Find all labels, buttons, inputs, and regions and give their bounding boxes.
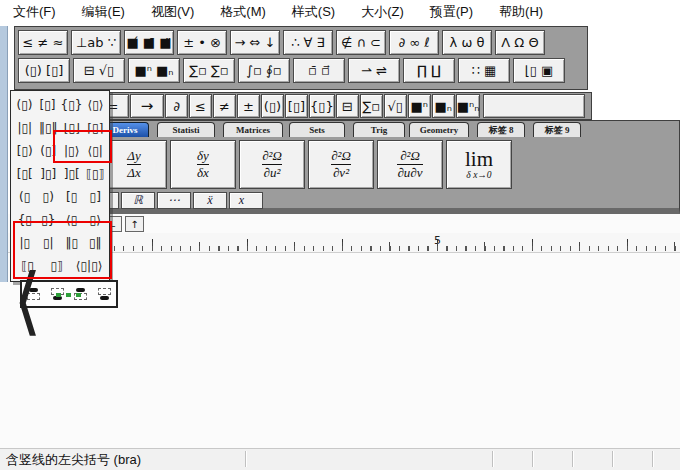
status-pane-divider (532, 451, 533, 467)
template-palette-button[interactable]: ∷ ▦ (458, 58, 510, 83)
menu-item[interactable]: 大小(Z) (348, 3, 417, 21)
tab-statistics[interactable]: Statisti (157, 122, 215, 137)
selection-handles (56, 293, 81, 297)
fraction-numerator: Δy (127, 149, 140, 163)
fraction-numerator: ∂²Ω (331, 149, 351, 163)
template-palette-button[interactable]: ∑▫ ∑▫ (183, 58, 235, 83)
menu-item[interactable]: 格式(M) (207, 3, 279, 21)
small-template-button[interactable]: x⃛ (229, 192, 263, 209)
symbol-palette-button[interactable]: ≤ ≠ ≈ (18, 30, 68, 55)
menu-item[interactable]: 帮助(H) (486, 3, 556, 21)
template-palette-button[interactable]: ▫̄ ▫⃗ (293, 58, 345, 83)
fence-template-item[interactable]: ]▯[ (62, 167, 82, 181)
small-bar-button[interactable]: ⊟ (336, 94, 359, 118)
small-bar-empty-slot[interactable] (483, 94, 585, 118)
derivative-template-row: ΔyΔx δyδx ∂²Ω∂u² ∂²Ω∂v² ∂²Ω∂u∂v lim δ x→… (101, 140, 512, 189)
template-palette-button[interactable]: ⊟ √▯ (73, 58, 125, 83)
small-template-button[interactable]: ẍ (193, 192, 227, 209)
insertion-marker-button[interactable]: ↑ (125, 216, 144, 232)
status-bar: 含竖线的左尖括号 (bra) (0, 448, 680, 470)
small-bar-button[interactable]: ■ₙ (432, 94, 455, 118)
small-bar-button[interactable]: {▯} (309, 94, 335, 118)
tab-label-8[interactable]: 标签 8 (477, 122, 525, 137)
status-text: 含竖线的左尖括号 (bra) (6, 451, 141, 469)
small-bar-button[interactable]: ± (237, 94, 260, 118)
small-bar-buttons: =→∂≤≠±(▯)[▯]{▯}⊟∑▫√▯■ⁿ■ₙ■ⁿₙ (97, 94, 480, 118)
symbol-palette-button[interactable]: λ ω θ (442, 30, 492, 55)
template-palette-button[interactable]: ∏ ∐ (403, 58, 455, 83)
tab-label-9[interactable]: 标签 9 (533, 122, 581, 137)
fence-template-item[interactable]: [▯[ (15, 167, 35, 181)
fraction-numerator: δy (197, 149, 209, 163)
small-bar-button[interactable]: → (130, 94, 164, 118)
tab-template-panel: Algebra Derivs Statisti Matrices Sets Tr… (14, 120, 680, 214)
fence-template-item[interactable]: [▯) (15, 144, 35, 158)
fence-template-item[interactable]: ▯] (85, 190, 105, 204)
template-palette-button[interactable]: ■ⁿ ■ₙ (128, 58, 180, 83)
fence-template-item[interactable]: (▯ (15, 190, 35, 204)
fence-template-item[interactable]: ]▯] (38, 167, 58, 181)
symbol-palette-button[interactable]: ∉ ∩ ⊂ (336, 30, 386, 55)
underbar-template-icon[interactable] (98, 288, 111, 300)
small-bar-button[interactable]: ∂ (165, 94, 188, 118)
menu-item[interactable]: 文件(F) (0, 3, 69, 21)
template-palette-button[interactable]: ∫▫ ∮▫ (238, 58, 290, 83)
template-palette-button[interactable]: ⌊▯ ▣ (513, 58, 565, 83)
symbol-palette-button[interactable]: → ⇔ ↓ (230, 30, 280, 55)
menu-items: 文件(F)编辑(E)视图(V)格式(M)样式(S)大小(Z)预置(P)帮助(H) (0, 3, 556, 21)
fraction-denominator: ∂u∂v (397, 166, 422, 180)
template-palette-button[interactable]: (▯) [▯] (18, 58, 70, 83)
small-bar-button[interactable]: √▯ (384, 94, 407, 118)
fence-template-item[interactable]: ▯) (38, 190, 58, 204)
fence-template-item[interactable]: |▯| (15, 121, 35, 135)
tab-sets[interactable]: Sets (289, 122, 345, 137)
small-bar-button[interactable]: (▯) (261, 94, 284, 118)
small-template-button[interactable]: ⋯ (157, 192, 191, 209)
template-button-d2-omega-dv2[interactable]: ∂²Ω∂v² (308, 140, 374, 189)
menu-bar: 文件(F)编辑(E)视图(V)格式(M)样式(S)大小(Z)预置(P)帮助(H) (0, 0, 680, 24)
small-bar-button[interactable]: ■ⁿₙ (456, 94, 481, 118)
template-button-limit[interactable]: lim δ x→0 (446, 140, 512, 189)
mathtype-window: 文件(F)编辑(E)视图(V)格式(M)样式(S)大小(Z)预置(P)帮助(H)… (0, 0, 680, 470)
status-pane-divider (492, 451, 493, 467)
symbol-palette-button[interactable]: ∴ ∀ ∃ (283, 30, 333, 55)
small-bar-button[interactable]: ■ⁿ (408, 94, 431, 118)
fraction-numerator: ∂²Ω (400, 149, 420, 163)
fence-template-item[interactable]: (▯) (15, 98, 35, 112)
small-bar-button[interactable]: [▯] (285, 94, 308, 118)
fence-template-item[interactable]: ⟦▯⟧ (85, 167, 105, 181)
symbol-palette-button[interactable]: ■́ ■̄ ■̈ (124, 30, 174, 55)
highlight-box-bra-ket (53, 130, 112, 163)
small-template-row: yℝ⋯ẍx⃛ (85, 192, 263, 209)
small-template-button[interactable]: ℝ (121, 192, 155, 209)
template-button-d2-omega-dudv[interactable]: ∂²Ω∂u∂v (377, 140, 443, 189)
template-button-delta-y-x[interactable]: δyδx (170, 140, 236, 189)
small-bar-button[interactable]: ∑▫ (360, 94, 383, 118)
fence-template-item[interactable]: [▯] (38, 98, 58, 112)
limit-subscript: δ x→0 (466, 170, 491, 180)
symbol-palette-button[interactable]: ± • ⊗ (177, 30, 227, 55)
small-bar-button[interactable]: ≤ (189, 94, 212, 118)
status-pane-divider (652, 451, 653, 467)
fence-template-item[interactable]: {▯} (61, 98, 83, 112)
symbol-palette-button[interactable]: Λ Ω Θ (495, 30, 545, 55)
menu-item[interactable]: 编辑(E) (69, 3, 138, 21)
fence-template-item[interactable]: ⟨▯⟩ (85, 98, 105, 112)
symbol-palette-button[interactable]: ⊥ab ∵ (71, 30, 121, 55)
fence-template-item[interactable]: [▯ (62, 190, 82, 204)
template-palette-row: (▯) [▯]⊟ √▯■ⁿ ■ₙ∑▫ ∑▫∫▫ ∮▫▫̄ ▫⃗⇀ ⇌∏ ∐∷ ▦… (18, 58, 587, 83)
symbol-palette-button[interactable]: ∂ ∞ ℓ (389, 30, 439, 55)
menu-item[interactable]: 样式(S) (279, 3, 348, 21)
fraction-denominator: ∂v² (333, 166, 349, 180)
tab-trig[interactable]: Trig (353, 122, 405, 137)
menu-item[interactable]: 预置(P) (417, 3, 486, 21)
tab-matrices[interactable]: Matrices (223, 122, 283, 137)
tab-geometry[interactable]: Geometry (409, 122, 469, 137)
highlight-box-single-fences (13, 221, 112, 279)
template-button-d2-omega-du2[interactable]: ∂²Ω∂u² (239, 140, 305, 189)
menu-item[interactable]: 视图(V) (138, 3, 207, 21)
template-palette-button[interactable]: ⇀ ⇌ (348, 58, 400, 83)
fraction-denominator: δx (197, 166, 209, 180)
status-pane-divider (572, 451, 573, 467)
small-bar-button[interactable]: ≠ (213, 94, 236, 118)
